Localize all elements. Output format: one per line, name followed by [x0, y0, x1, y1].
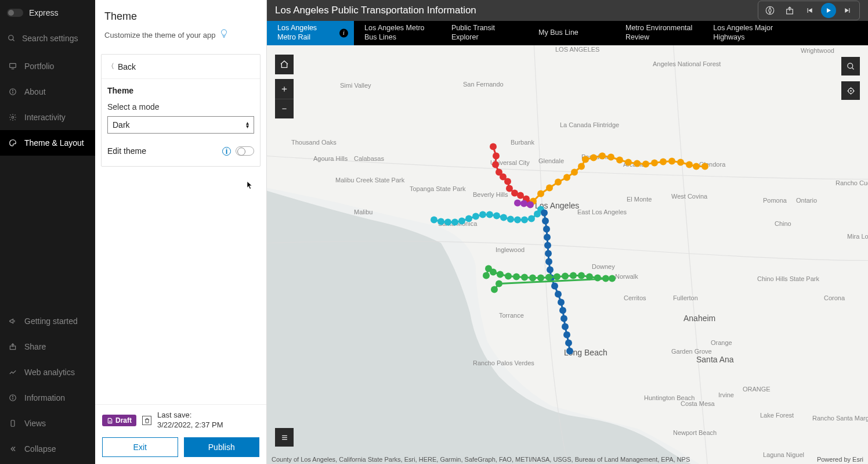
svg-point-161	[850, 90, 851, 91]
svg-text:Malibu: Malibu	[354, 208, 372, 215]
tab-2[interactable]: Public TransitExplorer	[441, 21, 528, 45]
mode-value: Dark	[113, 120, 130, 130]
sidebar-item-label: Views	[24, 419, 46, 428]
express-toggle[interactable]	[7, 9, 23, 17]
home-button[interactable]	[275, 55, 294, 74]
svg-text:Burbank: Burbank	[511, 139, 534, 146]
sidebar-item-about[interactable]: About	[0, 79, 95, 105]
back-label: Back	[118, 62, 136, 71]
locate-button[interactable]	[841, 81, 860, 100]
svg-text:Simi Valley: Simi Valley	[340, 82, 371, 89]
svg-text:Ontario: Ontario	[796, 197, 817, 204]
svg-text:Pomona: Pomona	[763, 197, 787, 204]
zoom-out-button[interactable]: －	[275, 99, 294, 118]
left-sidebar: Express Search settings Portfolio About …	[0, 0, 95, 464]
svg-text:Topanga State Park: Topanga State Park	[410, 185, 466, 192]
tab-3[interactable]: My Bus Line	[528, 21, 615, 45]
app-title: Los Angeles Public Transportation Inform…	[275, 5, 476, 16]
sidebar-item-views[interactable]: Views	[0, 411, 95, 436]
monitor-icon	[8, 62, 17, 71]
select-arrows-icon: ▴▾	[246, 121, 249, 128]
map-search-button[interactable]	[841, 57, 860, 75]
svg-point-72	[504, 178, 511, 185]
lightbulb-icon[interactable]	[219, 28, 229, 41]
tab-4[interactable]: Metro EnvironmentalReview	[615, 21, 703, 45]
map-attribution: County of Los Angeles, California State …	[267, 455, 868, 464]
map-zoom-controls: ＋ －	[275, 79, 294, 118]
svg-text:Newport Beach: Newport Beach	[673, 429, 717, 436]
svg-text:El Monte: El Monte	[627, 196, 652, 203]
svg-point-92	[642, 161, 649, 168]
sidebar-item-information[interactable]: Information	[0, 385, 95, 411]
svg-point-98	[693, 163, 700, 170]
edit-theme-toggle[interactable]	[236, 146, 254, 156]
svg-point-113	[500, 214, 507, 221]
svg-point-153	[594, 275, 601, 282]
svg-point-142	[505, 273, 512, 280]
svg-text:Chino Hills State Park: Chino Hills State Park	[757, 275, 819, 282]
last-save-label: Last save:	[157, 411, 191, 419]
svg-point-104	[437, 218, 444, 225]
preview-tabs: Los AngelesMetro RailiLos Angeles MetroB…	[267, 21, 868, 45]
legend-button[interactable]	[275, 428, 294, 447]
svg-point-150	[570, 272, 577, 279]
sidebar-item-label: Interactivity	[24, 113, 66, 122]
svg-point-129	[551, 283, 558, 290]
tab-1[interactable]: Los Angeles MetroBus Lines	[354, 21, 441, 45]
sidebar-item-interactivity[interactable]: Interactivity	[0, 105, 95, 130]
sidebar-item-theme-layout[interactable]: Theme & Layout	[0, 130, 95, 156]
zoom-in-button[interactable]: ＋	[275, 79, 294, 99]
svg-point-110	[479, 211, 486, 218]
map-view[interactable]: Los AngelesAnaheimLong BeachSanta AnaWri…	[267, 45, 868, 464]
prev-track-icon[interactable]	[801, 3, 818, 18]
svg-point-84	[578, 163, 585, 170]
mode-select[interactable]: Dark ▴▾	[107, 116, 254, 134]
svg-text:Beverly Hills: Beverly Hills	[473, 191, 508, 198]
svg-point-133	[560, 315, 567, 322]
svg-point-134	[562, 323, 569, 330]
svg-point-83	[571, 169, 578, 176]
sidebar-item-getting-started[interactable]: Getting started	[0, 308, 95, 334]
svg-point-106	[451, 219, 458, 226]
tab-info-icon[interactable]: i	[339, 29, 348, 38]
publish-button[interactable]: Publish	[184, 437, 260, 457]
sidebar-item-web-analytics[interactable]: Web analytics	[0, 359, 95, 385]
svg-point-101	[520, 200, 527, 207]
compass-icon[interactable]	[762, 3, 778, 18]
svg-point-97	[686, 161, 693, 168]
svg-point-91	[634, 160, 641, 167]
search-settings-row[interactable]: Search settings	[0, 26, 95, 51]
svg-point-100	[514, 200, 521, 207]
sidebar-item-collapse[interactable]: Collapse	[0, 436, 95, 462]
share-export-icon[interactable]	[782, 3, 798, 18]
sidebar-item-portfolio[interactable]: Portfolio	[0, 53, 95, 79]
svg-point-136	[565, 340, 572, 347]
back-button[interactable]: 〈 Back	[102, 55, 260, 79]
search-settings-label: Search settings	[22, 34, 78, 43]
info-icon	[8, 393, 17, 402]
info-tooltip-icon[interactable]: i	[222, 147, 231, 156]
svg-text:Norwalk: Norwalk	[615, 273, 638, 280]
svg-point-90	[625, 159, 632, 166]
svg-point-138	[483, 272, 490, 279]
svg-text:Orange: Orange	[711, 339, 732, 346]
svg-point-117	[528, 215, 535, 222]
sidebar-item-share[interactable]: Share	[0, 334, 95, 359]
svg-point-115	[514, 217, 521, 224]
svg-point-144	[521, 274, 528, 281]
sidebar-item-label: Information	[24, 393, 65, 402]
tab-5[interactable]: Los Angeles MajorHighways	[703, 21, 790, 45]
svg-point-109	[472, 213, 479, 220]
svg-text:Lake Forest: Lake Forest	[760, 412, 794, 419]
play-button[interactable]	[821, 3, 836, 18]
svg-point-105	[444, 219, 451, 226]
exit-button[interactable]: Exit	[102, 437, 178, 457]
device-icon	[8, 419, 17, 428]
tab-0[interactable]: Los AngelesMetro Raili	[267, 21, 354, 45]
svg-point-158	[847, 63, 852, 68]
svg-point-151	[578, 272, 585, 279]
svg-point-140	[490, 269, 497, 276]
next-track-icon[interactable]	[840, 3, 856, 18]
delete-button[interactable]	[142, 416, 151, 425]
svg-point-87	[599, 153, 606, 160]
